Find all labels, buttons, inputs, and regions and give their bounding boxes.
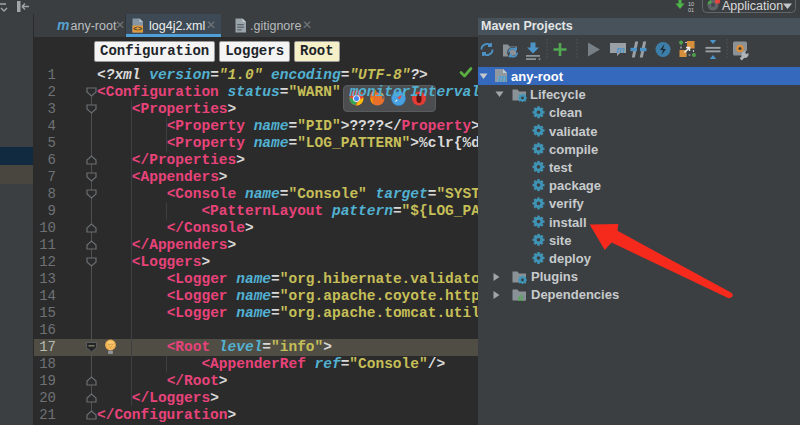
svg-text:01: 01 <box>688 7 694 13</box>
svg-text:10: 10 <box>688 1 694 7</box>
svg-text:<>: <> <box>133 25 143 33</box>
svg-text:Application: Application <box>722 0 783 13</box>
svg-text:m: m <box>616 44 625 55</box>
svg-text:m: m <box>498 73 507 83</box>
